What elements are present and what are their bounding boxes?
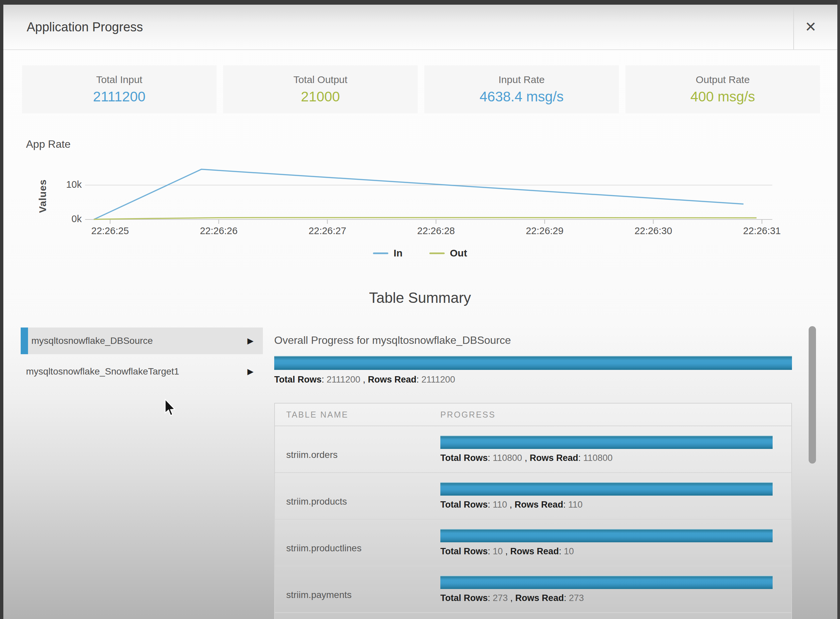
total-rows-value: 10 bbox=[493, 546, 503, 556]
total-rows-value: 110800 bbox=[493, 453, 522, 463]
y-axis-label: Values bbox=[37, 179, 48, 213]
stat-card-output-rate: Output Rate 400 msg/s bbox=[626, 65, 820, 114]
y-tick-label: 0k bbox=[50, 214, 82, 224]
rows-read-label: Rows Read bbox=[368, 375, 417, 384]
table-row: striim.orders Total Rows: 110800 , Rows … bbox=[275, 426, 791, 472]
progress-bar bbox=[440, 529, 773, 542]
stat-value: 400 msg/s bbox=[626, 89, 820, 105]
punct: : bbox=[416, 375, 421, 384]
overall-progress-bar bbox=[274, 356, 792, 370]
rows-read-label: Rows Read bbox=[515, 499, 563, 510]
punct: , bbox=[522, 453, 530, 463]
source-item-dbsource[interactable]: mysqltosnowflake_DBSource ▶ bbox=[21, 327, 263, 354]
stat-card-total-output: Total Output 21000 bbox=[223, 65, 418, 114]
column-header-table-name: TABLE NAME bbox=[275, 410, 440, 420]
legend-item-in: In bbox=[373, 247, 403, 259]
stat-label: Total Input bbox=[22, 74, 217, 85]
punct: : bbox=[322, 375, 326, 384]
window-frame-right bbox=[837, 0, 840, 619]
punct: , bbox=[360, 375, 368, 384]
progress-meta: Total Rows: 273 , Rows Read: 273 bbox=[440, 593, 773, 603]
table-name: striim.orders bbox=[275, 438, 440, 460]
close-icon[interactable]: ✕ bbox=[795, 4, 826, 49]
rows-read-value: 10 bbox=[564, 546, 574, 556]
stat-value: 21000 bbox=[223, 89, 418, 105]
progress-meta: Total Rows: 110800 , Rows Read: 110800 bbox=[440, 453, 773, 463]
x-tick-label: 22:26:31 bbox=[743, 226, 781, 236]
total-rows-label: Total Rows bbox=[440, 453, 488, 463]
overall-progress-title: Overall Progress for mysqltosnowflake_DB… bbox=[274, 334, 792, 347]
stat-card-total-input: Total Input 2111200 bbox=[22, 65, 217, 114]
scrollbar-thumb[interactable] bbox=[809, 326, 816, 464]
table-name: striim.products bbox=[275, 485, 440, 507]
punct: , bbox=[508, 593, 515, 603]
stat-label: Total Output bbox=[223, 74, 418, 85]
dialog-titlebar: Application Progress ✕ bbox=[3, 4, 837, 50]
chart-title: App Rate bbox=[26, 138, 70, 150]
table-name: striim.payments bbox=[275, 578, 440, 600]
total-rows-label: Total Rows bbox=[440, 499, 488, 510]
source-item-snowflaketarget[interactable]: mysqltosnowflake_SnowflakeTarget1 ▶ bbox=[21, 358, 263, 385]
rows-read-value: 110 bbox=[568, 499, 582, 510]
chevron-right-icon: ▶ bbox=[247, 336, 253, 345]
x-tick-label: 22:26:26 bbox=[200, 226, 238, 236]
legend-swatch-in bbox=[373, 253, 388, 254]
punct: , bbox=[503, 546, 511, 556]
punct: : bbox=[564, 593, 569, 603]
rows-read-value: 110800 bbox=[583, 453, 612, 463]
table-row: striim.productlines Total Rows: 10 , Row… bbox=[275, 519, 791, 566]
punct: , bbox=[507, 499, 515, 510]
total-rows-label: Total Rows bbox=[440, 546, 488, 556]
table-row-partial bbox=[275, 612, 791, 619]
table-row: striim.payments Total Rows: 273 , Rows R… bbox=[275, 566, 791, 612]
legend-swatch-out bbox=[429, 253, 445, 254]
source-item-label: mysqltosnowflake_SnowflakeTarget1 bbox=[26, 366, 179, 377]
rows-read-label: Rows Read bbox=[515, 593, 564, 603]
table-progress-panel: TABLE NAME PROGRESS striim.orders Total … bbox=[274, 403, 792, 619]
total-rows-value: 2111200 bbox=[326, 375, 360, 384]
punct: : bbox=[488, 453, 493, 463]
stat-value: 4638.4 msg/s bbox=[424, 89, 619, 105]
titlebar-divider bbox=[793, 4, 794, 49]
stat-value: 2111200 bbox=[22, 89, 217, 105]
window-frame-left bbox=[0, 0, 3, 619]
rows-read-label: Rows Read bbox=[511, 546, 559, 556]
detail-panel: Overall Progress for mysqltosnowflake_DB… bbox=[274, 334, 792, 619]
rows-read-value: 273 bbox=[569, 593, 584, 603]
progress-meta: Total Rows: 10 , Rows Read: 10 bbox=[440, 546, 773, 557]
table-row: striim.products Total Rows: 110 , Rows R… bbox=[275, 472, 791, 519]
stat-label: Output Rate bbox=[626, 74, 820, 85]
punct: : bbox=[488, 593, 493, 603]
window-frame-top bbox=[0, 0, 840, 4]
stats-row: Total Input 2111200 Total Output 21000 I… bbox=[22, 65, 820, 114]
table-header-row: TABLE NAME PROGRESS bbox=[275, 404, 791, 426]
total-rows-value: 110 bbox=[493, 499, 507, 510]
rows-read-label: Rows Read bbox=[530, 453, 578, 463]
x-tick-label: 22:26:28 bbox=[417, 226, 455, 236]
overall-progress-meta: Total Rows: 2111200 , Rows Read: 2111200 bbox=[274, 375, 792, 385]
punct: : bbox=[488, 546, 493, 556]
punct: : bbox=[578, 453, 583, 463]
source-list: mysqltosnowflake_DBSource ▶ mysqltosnowf… bbox=[21, 327, 263, 385]
x-tick-label: 22:26:30 bbox=[635, 226, 672, 236]
punct: : bbox=[559, 546, 564, 556]
y-tick-label: 10k bbox=[50, 179, 82, 190]
column-header-progress: PROGRESS bbox=[440, 410, 773, 420]
total-rows-value: 273 bbox=[493, 593, 508, 603]
progress-bar bbox=[440, 482, 773, 496]
stat-label: Input Rate bbox=[424, 74, 619, 85]
table-name: striim.productlines bbox=[275, 532, 440, 554]
punct: : bbox=[488, 499, 493, 510]
x-tick-label: 22:26:25 bbox=[91, 226, 129, 236]
dialog-title: Application Progress bbox=[27, 4, 143, 49]
total-rows-label: Total Rows bbox=[274, 375, 322, 384]
rows-read-value: 2111200 bbox=[421, 375, 455, 384]
table-summary-heading: Table Summary bbox=[0, 290, 840, 306]
progress-bar bbox=[440, 435, 773, 449]
legend-label-in: In bbox=[394, 247, 403, 259]
legend-item-out: Out bbox=[429, 247, 467, 259]
stat-card-input-rate: Input Rate 4638.4 msg/s bbox=[424, 65, 619, 114]
mouse-cursor bbox=[163, 399, 177, 416]
source-item-label: mysqltosnowflake_DBSource bbox=[31, 335, 153, 346]
chart-legend: In Out bbox=[0, 247, 840, 259]
